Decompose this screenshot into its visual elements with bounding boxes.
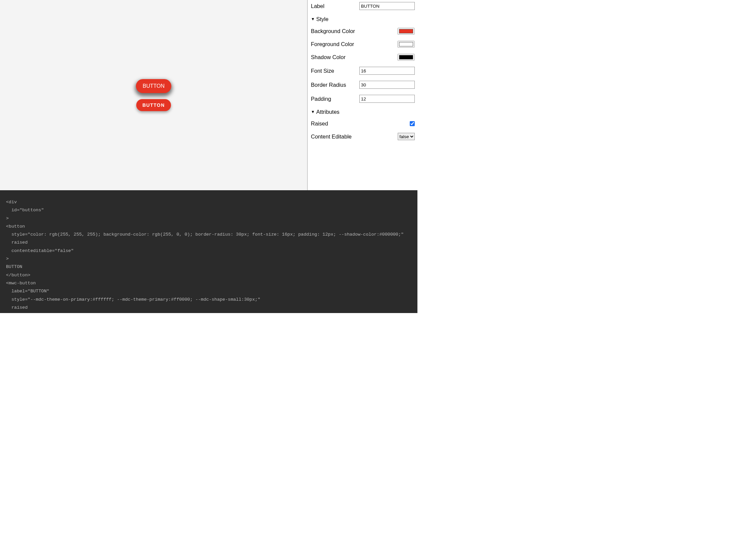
preview-canvas: BUTTON BUTTON <box>0 0 307 190</box>
style-section-header[interactable]: ▼ Style <box>311 16 415 22</box>
font-size-label: Font Size <box>311 68 334 74</box>
padding-input[interactable] <box>359 95 415 103</box>
shadow-color-label: Shadow Color <box>311 54 346 60</box>
raised-checkbox[interactable] <box>410 121 415 126</box>
style-section-label: Style <box>316 16 329 22</box>
content-editable-select[interactable]: falsetrue <box>398 133 415 140</box>
controls-panel: Label ▼ Style Background Color Foregroun… <box>307 0 417 190</box>
foreground-color-label: Foreground Color <box>311 41 354 47</box>
attributes-section-header[interactable]: ▼ Attributes <box>311 109 415 115</box>
background-color-label: Background Color <box>311 28 355 34</box>
background-color-swatch <box>399 29 413 33</box>
background-color-picker[interactable] <box>397 28 415 35</box>
preview-button-mwc[interactable]: BUTTON <box>136 99 171 111</box>
preview-button-native[interactable]: BUTTON <box>136 79 171 93</box>
foreground-color-swatch <box>399 42 413 46</box>
label-field-label: Label <box>311 3 324 9</box>
disclosure-triangle-icon: ▼ <box>311 110 315 114</box>
raised-label: Raised <box>311 120 328 127</box>
foreground-color-picker[interactable] <box>397 41 415 48</box>
label-input[interactable] <box>359 2 415 10</box>
content-editable-label: Content Editable <box>311 133 352 140</box>
shadow-color-swatch <box>399 55 413 59</box>
code-output: <div id="buttons" > <button style="color… <box>0 190 417 313</box>
font-size-input[interactable] <box>359 67 415 75</box>
border-radius-label: Border Radius <box>311 82 346 88</box>
padding-label: Padding <box>311 96 331 102</box>
border-radius-input[interactable] <box>359 81 415 89</box>
shadow-color-picker[interactable] <box>397 54 415 61</box>
attributes-section-label: Attributes <box>316 109 340 115</box>
disclosure-triangle-icon: ▼ <box>311 17 315 21</box>
